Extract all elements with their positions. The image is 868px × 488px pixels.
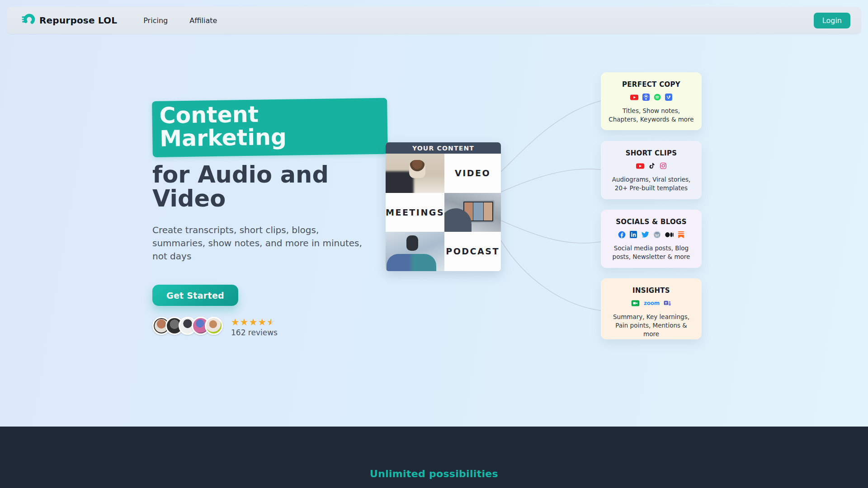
video-photo	[386, 154, 444, 193]
hero-section: Content Marketing for Audio and Video Cr…	[152, 101, 387, 337]
headline-highlight: Content Marketing	[152, 98, 388, 157]
content-label-meetings: MEETINGS	[386, 193, 444, 232]
card-description: Social media posts, Blog posts, Newslett…	[608, 244, 694, 261]
youtube-icon	[636, 163, 644, 169]
wordpress-icon	[653, 231, 661, 239]
navbar: Repurpose LOL Pricing Affiliate Login	[7, 7, 861, 34]
login-button[interactable]: Login	[814, 13, 850, 28]
content-label-video: VIDEO	[444, 154, 501, 193]
tiktok-icon	[648, 162, 656, 170]
your-content-card: YOUR CONTENT VIDEO MEETINGS PODCAST	[386, 142, 501, 271]
card-title: PERFECT COPY	[608, 80, 694, 89]
card-title: INSIGHTS	[608, 286, 694, 295]
card-description: Audiograms, Viral stories, 20+ Pre-built…	[608, 175, 694, 192]
star-rating: ★ ★ ★ ★ ★	[231, 318, 278, 327]
card-icons	[608, 93, 694, 101]
linkedin-icon	[630, 231, 637, 238]
feature-card-perfect-copy: PERFECT COPY Titles, Show notes, Chapter…	[601, 72, 702, 130]
nav-link-affiliate[interactable]: Affiliate	[189, 16, 217, 25]
teams-icon	[664, 300, 671, 307]
twitter-icon	[641, 231, 649, 238]
content-grid: VIDEO MEETINGS PODCAST	[386, 154, 501, 271]
card-icons	[608, 162, 694, 170]
substack-icon	[678, 231, 684, 239]
star-icon: ★	[258, 318, 266, 327]
meeting-photo	[444, 193, 501, 232]
feature-card-socials-blogs: SOCIALS & BLOGS Social media posts, Blog…	[601, 210, 702, 268]
footer: Unlimited possibilities	[0, 427, 868, 488]
headline: for Audio and Video	[152, 163, 378, 211]
landing-page: Repurpose LOL Pricing Affiliate Login Co…	[0, 0, 868, 488]
star-icon: ★	[249, 318, 258, 327]
social-proof: ★ ★ ★ ★ ★ 162 reviews	[152, 317, 387, 337]
footer-headline: Unlimited possibilities	[0, 468, 868, 479]
card-icons: zoom	[608, 299, 694, 307]
half-star-icon: ★	[267, 318, 275, 327]
avatar-group	[152, 317, 223, 335]
podcast-photo	[386, 232, 444, 271]
youtube-icon	[630, 94, 638, 101]
rating: ★ ★ ★ ★ ★ 162 reviews	[231, 317, 278, 337]
star-icon: ★	[231, 318, 240, 327]
feature-card-insights: INSIGHTS zoom Summary, Key learnings, Pa…	[601, 278, 702, 339]
get-started-button[interactable]: Get Started	[152, 285, 238, 306]
vimeo-icon	[665, 94, 672, 101]
medium-icon	[665, 231, 674, 238]
instagram-icon	[660, 162, 667, 169]
content-card-title: YOUR CONTENT	[386, 142, 501, 154]
spotify-icon	[654, 94, 661, 101]
apple-podcasts-icon	[642, 94, 650, 101]
zoom-icon: zoom	[644, 300, 660, 306]
nav-link-pricing[interactable]: Pricing	[143, 16, 168, 25]
avatar	[205, 317, 223, 335]
facebook-icon	[618, 231, 626, 239]
reviews-count: 162 reviews	[231, 328, 278, 337]
card-description: Summary, Key learnings, Pain points, Men…	[608, 313, 694, 338]
brand-name: Repurpose LOL	[39, 15, 117, 26]
card-icons	[608, 230, 694, 239]
repurpose-logo-icon	[21, 13, 35, 28]
content-label-podcast: PODCAST	[444, 232, 501, 271]
feature-card-short-clips: SHORT CLIPS Audiograms, Viral stories, 2…	[601, 141, 702, 199]
google-meet-icon	[631, 300, 640, 307]
card-title: SHORT CLIPS	[608, 149, 694, 157]
card-title: SOCIALS & BLOGS	[608, 218, 694, 226]
star-icon: ★	[240, 318, 249, 327]
brand[interactable]: Repurpose LOL	[21, 13, 117, 28]
hero-description: Create transcripts, short clips, blogs, …	[152, 224, 369, 263]
nav-links: Pricing Affiliate	[143, 16, 217, 25]
card-description: Titles, Show notes, Chapters, Keywords &…	[608, 107, 694, 124]
